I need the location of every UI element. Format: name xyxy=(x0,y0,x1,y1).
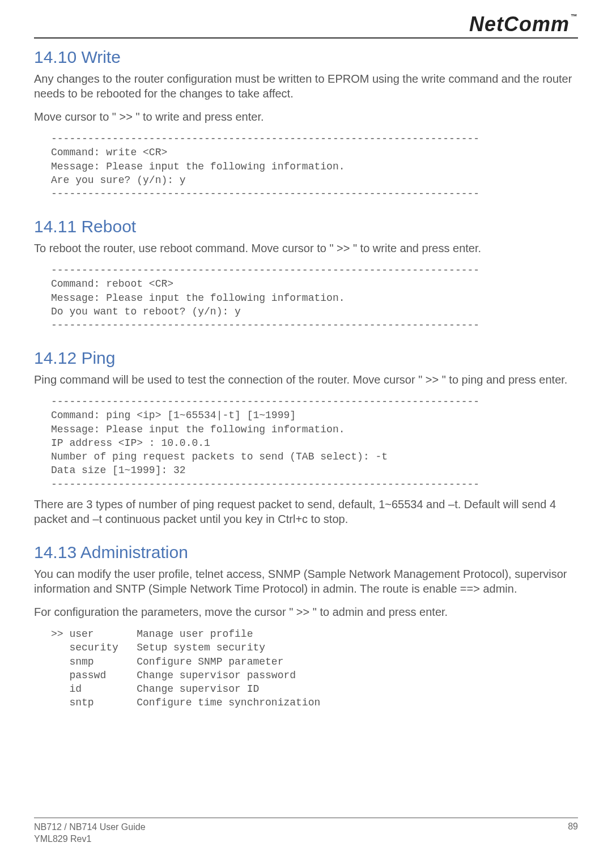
ping-code-block: ----------------------------------------… xyxy=(51,395,578,491)
ping-paragraph-2: There are 3 types of number of ping requ… xyxy=(34,497,578,527)
footer-text: NB712 / NB714 User Guide YML829 Rev1 89 xyxy=(34,822,578,845)
section-heading-reboot: 14.11 Reboot xyxy=(34,217,578,236)
brand-name: NetComm xyxy=(469,12,570,36)
write-paragraph-2: Move cursor to " >> " to write and press… xyxy=(34,109,578,124)
footer-left: NB712 / NB714 User Guide YML829 Rev1 xyxy=(34,822,146,845)
admin-paragraph-1: You can modify the user profile, telnet … xyxy=(34,567,578,597)
brand-logo: NetComm™ xyxy=(469,12,578,36)
header-rule xyxy=(34,37,578,39)
page-footer: NB712 / NB714 User Guide YML829 Rev1 89 xyxy=(34,818,578,845)
section-heading-admin: 14.13 Administration xyxy=(34,543,578,562)
section-heading-ping: 14.12 Ping xyxy=(34,348,578,368)
ping-paragraph-1: Ping command will be used to test the co… xyxy=(34,372,578,387)
reboot-paragraph-1: To reboot the router, use reboot command… xyxy=(34,241,578,256)
page: NetComm™ 14.10 Write Any changes to the … xyxy=(0,0,612,868)
reboot-code-block: ----------------------------------------… xyxy=(51,263,578,332)
section-heading-write: 14.10 Write xyxy=(34,48,578,67)
admin-code-block: >> user Manage user profile security Set… xyxy=(51,627,578,710)
write-paragraph-1: Any changes to the router configuration … xyxy=(34,71,578,101)
write-code-block: ----------------------------------------… xyxy=(51,132,578,201)
footer-rule xyxy=(34,818,578,818)
trademark-mark: ™ xyxy=(570,12,578,20)
page-number: 89 xyxy=(568,822,578,845)
admin-paragraph-2: For configuration the parameters, move t… xyxy=(34,605,578,619)
